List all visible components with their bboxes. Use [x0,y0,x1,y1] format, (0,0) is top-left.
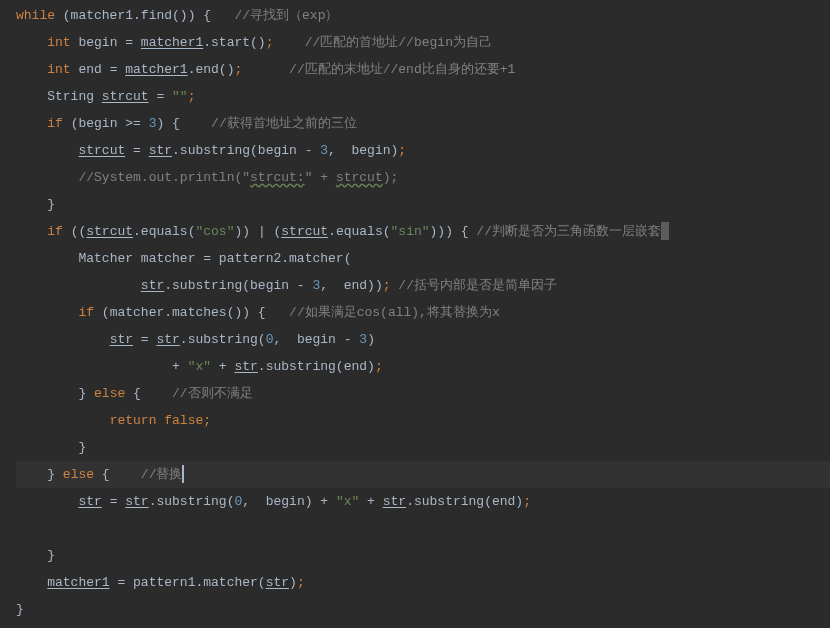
code-token: ; [203,413,211,428]
code-token: matcher1 [141,35,203,50]
keyword: if [78,305,94,320]
code-token: = [133,332,156,347]
keyword: int [47,35,70,50]
code-line[interactable]: while (matcher1.find()) { //寻找到（exp） [16,2,830,29]
code-line[interactable]: if (matcher.matches()) { //如果满足cos(all),… [16,299,830,326]
code-line[interactable]: } [16,434,830,461]
code-token: ; [375,359,383,374]
code-token: , end)) [320,278,382,293]
string-literal: "x" [188,359,211,374]
code-line[interactable]: if ((strcut.equals("cos")) | (strcut.equ… [16,218,830,245]
keyword: else [63,467,94,482]
code-token: .substring(end) [258,359,375,374]
code-token: .equals( [133,224,195,239]
code-token: = [125,143,148,158]
number-literal: 3 [359,332,367,347]
keyword: if [47,116,63,131]
string-literal: "sin" [391,224,430,239]
code-token: end = [71,62,126,77]
code-token: str [149,143,172,158]
code-token: matcher1 [125,62,187,77]
code-token: { [125,386,172,401]
indent [16,305,78,320]
indent [16,89,47,104]
code-line[interactable]: } [16,542,830,569]
indent [16,548,47,563]
code-token: str [383,494,406,509]
code-line[interactable]: int end = matcher1.end(); //匹配的末地址//end比… [16,56,830,83]
indent [16,116,47,131]
code-token [274,35,305,50]
code-token: + [211,359,234,374]
indent [16,413,110,428]
code-token: } [78,386,94,401]
comment-text: //判断是否为三角函数一层嵌套 [476,224,661,239]
comment-text: //如果满足cos(all),将其替换为x [289,305,500,320]
code-token: ) [289,575,297,590]
code-token: str [125,494,148,509]
code-token: .substring( [149,494,235,509]
code-line[interactable]: Matcher matcher = pattern2.matcher( [16,245,830,272]
code-token: strcut [78,143,125,158]
code-line[interactable]: String strcut = ""; [16,83,830,110]
code-token: strcut [102,89,149,104]
indent [16,224,47,239]
keyword: if [47,224,63,239]
code-editor[interactable]: while (matcher1.find()) { //寻找到（exp） int… [0,0,830,628]
indent [16,62,47,77]
indent [16,494,78,509]
code-line[interactable]: str.substring(begin - 3, end)); //括号内部是否… [16,272,830,299]
code-token: ))) { [430,224,477,239]
code-line[interactable]: matcher1 = pattern1.matcher(str); [16,569,830,596]
keyword: while [16,8,55,23]
code-line[interactable]: } else { //否则不满足 [16,380,830,407]
code-token: , begin) + [242,494,336,509]
code-token [242,62,289,77]
indent [16,197,47,212]
code-line[interactable]: return false; [16,407,830,434]
code-token: ; [398,143,406,158]
code-line[interactable]: } [16,191,830,218]
code-line[interactable]: //System.out.println("strcut:" + strcut)… [16,164,830,191]
code-token: begin = [71,35,141,50]
code-token: = [149,89,172,104]
code-token: .start() [203,35,265,50]
code-token: Matcher matcher = pattern2.matcher( [78,251,351,266]
indent [16,440,78,455]
indent [16,35,47,50]
string-literal: "x" [336,494,359,509]
code-token: = pattern1.matcher( [110,575,266,590]
code-token: ; [383,278,391,293]
code-token: + [172,359,188,374]
code-token: } [47,197,55,212]
code-line[interactable]: if (begin >= 3) { //获得首地址之前的三位 [16,110,830,137]
code-token: (matcher.matches()) { [94,305,289,320]
text-cursor [182,465,184,483]
keyword: int [47,62,70,77]
code-line[interactable] [16,515,830,542]
code-token: } [47,467,63,482]
code-token: , begin - [273,332,359,347]
code-token: String [47,89,102,104]
comment-text: strcut [336,170,383,185]
code-line[interactable]: } else { //替换 [16,461,830,488]
code-token: .substring(begin - [164,278,312,293]
code-line[interactable]: } [16,596,830,623]
code-token: .equals( [328,224,390,239]
code-token: } [16,602,24,617]
comment-text: //匹配的首地址//begin为自己 [305,35,492,50]
code-token: } [47,548,55,563]
indent [16,332,110,347]
code-token: matcher1 [47,575,109,590]
code-line[interactable]: strcut = str.substring(begin - 3, begin)… [16,137,830,164]
indent [16,521,78,536]
code-token: str [78,494,101,509]
comment-text: //寻找到（exp） [234,8,338,23]
code-token: str [156,332,179,347]
code-line[interactable]: + "x" + str.substring(end); [16,353,830,380]
code-line[interactable]: str = str.substring(0, begin - 3) [16,326,830,353]
code-token: strcut [281,224,328,239]
code-line[interactable]: str = str.substring(0, begin) + "x" + st… [16,488,830,515]
code-line[interactable]: int begin = matcher1.start(); //匹配的首地址//… [16,29,830,56]
indent [16,467,47,482]
